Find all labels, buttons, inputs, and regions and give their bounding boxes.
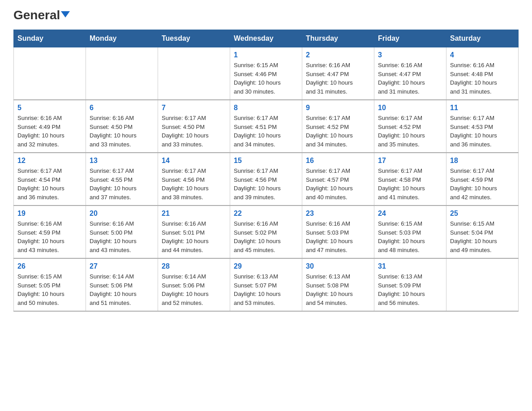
weekday-header-thursday: Thursday — [302, 30, 374, 47]
calendar-cell — [158, 47, 230, 100]
day-info: Sunrise: 6:13 AMSunset: 5:07 PMDaylight:… — [234, 272, 298, 307]
day-number: 20 — [90, 210, 154, 218]
day-number: 15 — [234, 157, 298, 165]
day-number: 8 — [234, 104, 298, 112]
day-number: 5 — [17, 104, 82, 112]
logo-text: General — [13, 9, 70, 21]
calendar-cell: 19Sunrise: 6:16 AMSunset: 4:59 PMDayligh… — [14, 206, 86, 258]
calendar-week-row: 19Sunrise: 6:16 AMSunset: 4:59 PMDayligh… — [14, 206, 519, 258]
day-info: Sunrise: 6:16 AMSunset: 4:48 PMDaylight:… — [450, 61, 515, 96]
calendar-cell: 18Sunrise: 6:17 AMSunset: 4:59 PMDayligh… — [446, 153, 519, 206]
calendar-cell: 14Sunrise: 6:17 AMSunset: 4:56 PMDayligh… — [158, 153, 230, 206]
day-info: Sunrise: 6:15 AMSunset: 5:05 PMDaylight:… — [17, 272, 82, 307]
calendar-week-row: 5Sunrise: 6:16 AMSunset: 4:49 PMDaylight… — [14, 100, 519, 153]
weekday-header-tuesday: Tuesday — [158, 30, 230, 47]
calendar-cell: 20Sunrise: 6:16 AMSunset: 5:00 PMDayligh… — [86, 206, 158, 258]
day-number: 26 — [17, 262, 82, 270]
day-number: 11 — [450, 104, 515, 112]
day-info: Sunrise: 6:17 AMSunset: 4:56 PMDaylight:… — [162, 167, 226, 201]
day-number: 28 — [162, 262, 226, 270]
calendar-cell: 10Sunrise: 6:17 AMSunset: 4:52 PMDayligh… — [374, 100, 446, 153]
day-number: 19 — [17, 210, 82, 218]
day-info: Sunrise: 6:16 AMSunset: 5:00 PMDaylight:… — [90, 219, 154, 254]
day-info: Sunrise: 6:14 AMSunset: 5:06 PMDaylight:… — [162, 272, 226, 307]
calendar-week-row: 1Sunrise: 6:15 AMSunset: 4:46 PMDaylight… — [14, 47, 519, 100]
day-info: Sunrise: 6:16 AMSunset: 4:47 PMDaylight:… — [306, 61, 370, 96]
calendar-cell: 9Sunrise: 6:17 AMSunset: 4:52 PMDaylight… — [302, 100, 374, 153]
calendar-cell: 23Sunrise: 6:16 AMSunset: 5:03 PMDayligh… — [302, 206, 374, 258]
calendar-cell — [446, 258, 519, 311]
calendar-cell: 27Sunrise: 6:14 AMSunset: 5:06 PMDayligh… — [86, 258, 158, 311]
day-info: Sunrise: 6:15 AMSunset: 5:03 PMDaylight:… — [378, 219, 442, 254]
day-number: 29 — [234, 262, 298, 270]
day-info: Sunrise: 6:16 AMSunset: 5:03 PMDaylight:… — [306, 219, 370, 254]
day-number: 3 — [378, 51, 442, 59]
weekday-header-friday: Friday — [374, 30, 446, 47]
day-info: Sunrise: 6:17 AMSunset: 4:55 PMDaylight:… — [90, 167, 154, 201]
calendar-cell: 22Sunrise: 6:16 AMSunset: 5:02 PMDayligh… — [230, 206, 302, 258]
calendar-cell: 4Sunrise: 6:16 AMSunset: 4:48 PMDaylight… — [446, 47, 519, 100]
calendar-cell: 2Sunrise: 6:16 AMSunset: 4:47 PMDaylight… — [302, 47, 374, 100]
day-info: Sunrise: 6:14 AMSunset: 5:06 PMDaylight:… — [90, 272, 154, 307]
calendar-cell — [86, 47, 158, 100]
day-number: 12 — [17, 157, 82, 165]
logo: General — [13, 9, 70, 21]
calendar-cell: 16Sunrise: 6:17 AMSunset: 4:57 PMDayligh… — [302, 153, 374, 206]
day-info: Sunrise: 6:17 AMSunset: 4:57 PMDaylight:… — [306, 167, 370, 201]
day-info: Sunrise: 6:13 AMSunset: 5:08 PMDaylight:… — [306, 272, 370, 307]
day-number: 21 — [162, 210, 226, 218]
day-info: Sunrise: 6:16 AMSunset: 5:01 PMDaylight:… — [162, 219, 226, 254]
day-info: Sunrise: 6:16 AMSunset: 4:50 PMDaylight:… — [90, 114, 154, 149]
day-info: Sunrise: 6:17 AMSunset: 4:51 PMDaylight:… — [234, 114, 298, 149]
day-info: Sunrise: 6:17 AMSunset: 4:56 PMDaylight:… — [234, 167, 298, 201]
day-number: 2 — [306, 51, 370, 59]
calendar-cell — [14, 47, 86, 100]
day-info: Sunrise: 6:16 AMSunset: 4:49 PMDaylight:… — [17, 114, 82, 149]
day-number: 14 — [162, 157, 226, 165]
calendar-cell: 12Sunrise: 6:17 AMSunset: 4:54 PMDayligh… — [14, 153, 86, 206]
day-number: 27 — [90, 262, 154, 270]
day-number: 16 — [306, 157, 370, 165]
calendar-cell: 17Sunrise: 6:17 AMSunset: 4:58 PMDayligh… — [374, 153, 446, 206]
calendar-table: SundayMondayTuesdayWednesdayThursdayFrid… — [13, 30, 519, 312]
page-header: General — [13, 9, 519, 21]
weekday-header-sunday: Sunday — [14, 30, 86, 47]
calendar-cell: 30Sunrise: 6:13 AMSunset: 5:08 PMDayligh… — [302, 258, 374, 311]
day-number: 25 — [450, 210, 515, 218]
calendar-cell: 11Sunrise: 6:17 AMSunset: 4:53 PMDayligh… — [446, 100, 519, 153]
day-number: 18 — [450, 157, 515, 165]
day-number: 6 — [90, 104, 154, 112]
day-info: Sunrise: 6:17 AMSunset: 4:53 PMDaylight:… — [450, 114, 515, 149]
day-number: 7 — [162, 104, 226, 112]
weekday-header-saturday: Saturday — [446, 30, 519, 47]
day-info: Sunrise: 6:17 AMSunset: 4:52 PMDaylight:… — [306, 114, 370, 149]
calendar-cell: 13Sunrise: 6:17 AMSunset: 4:55 PMDayligh… — [86, 153, 158, 206]
day-info: Sunrise: 6:15 AMSunset: 5:04 PMDaylight:… — [450, 219, 515, 254]
day-number: 10 — [378, 104, 442, 112]
day-info: Sunrise: 6:17 AMSunset: 4:58 PMDaylight:… — [378, 167, 442, 201]
day-number: 13 — [90, 157, 154, 165]
calendar-week-row: 26Sunrise: 6:15 AMSunset: 5:05 PMDayligh… — [14, 258, 519, 311]
day-number: 30 — [306, 262, 370, 270]
calendar-week-row: 12Sunrise: 6:17 AMSunset: 4:54 PMDayligh… — [14, 153, 519, 206]
day-number: 9 — [306, 104, 370, 112]
calendar-cell: 29Sunrise: 6:13 AMSunset: 5:07 PMDayligh… — [230, 258, 302, 311]
weekday-header-wednesday: Wednesday — [230, 30, 302, 47]
calendar-cell: 21Sunrise: 6:16 AMSunset: 5:01 PMDayligh… — [158, 206, 230, 258]
day-number: 22 — [234, 210, 298, 218]
day-info: Sunrise: 6:13 AMSunset: 5:09 PMDaylight:… — [378, 272, 442, 307]
day-info: Sunrise: 6:15 AMSunset: 4:46 PMDaylight:… — [234, 61, 298, 96]
calendar-cell: 31Sunrise: 6:13 AMSunset: 5:09 PMDayligh… — [374, 258, 446, 311]
weekday-header-row: SundayMondayTuesdayWednesdayThursdayFrid… — [14, 30, 519, 47]
day-number: 17 — [378, 157, 442, 165]
day-info: Sunrise: 6:17 AMSunset: 4:52 PMDaylight:… — [378, 114, 442, 149]
calendar-cell: 5Sunrise: 6:16 AMSunset: 4:49 PMDaylight… — [14, 100, 86, 153]
calendar-cell: 1Sunrise: 6:15 AMSunset: 4:46 PMDaylight… — [230, 47, 302, 100]
calendar-cell: 25Sunrise: 6:15 AMSunset: 5:04 PMDayligh… — [446, 206, 519, 258]
calendar-cell: 8Sunrise: 6:17 AMSunset: 4:51 PMDaylight… — [230, 100, 302, 153]
calendar-cell: 7Sunrise: 6:17 AMSunset: 4:50 PMDaylight… — [158, 100, 230, 153]
day-number: 23 — [306, 210, 370, 218]
calendar-cell: 6Sunrise: 6:16 AMSunset: 4:50 PMDaylight… — [86, 100, 158, 153]
calendar-cell: 28Sunrise: 6:14 AMSunset: 5:06 PMDayligh… — [158, 258, 230, 311]
day-number: 24 — [378, 210, 442, 218]
